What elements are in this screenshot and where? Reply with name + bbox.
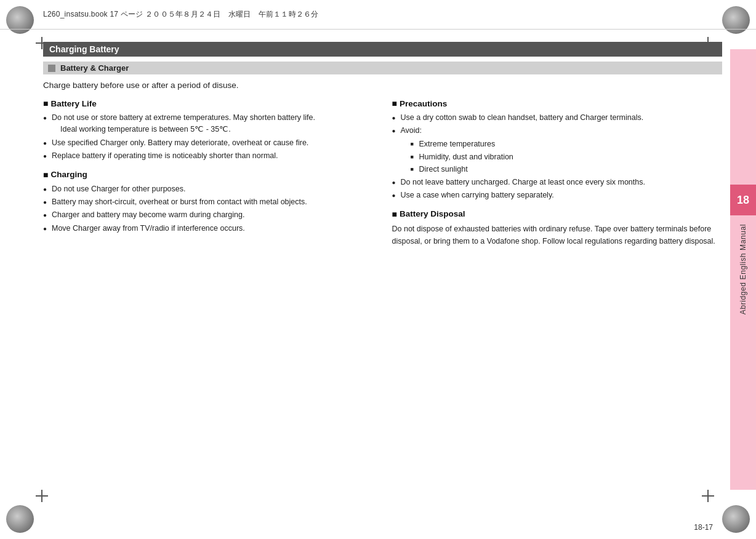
list-item: Direct sunlight [411, 164, 723, 175]
main-content: Charging Battery Battery & Charger Charg… [43, 30, 722, 502]
list-item: Avoid: Extreme temperatures Humidity, du… [392, 125, 723, 175]
left-column: Battery Life Do not use or store battery… [43, 98, 374, 247]
top-header: L260_insatsu.book 17 ページ ２００５年８月２４日 水曜日 … [0, 0, 756, 30]
list-item: Humidity, dust and vibration [411, 151, 723, 163]
list-item: Use specified Charger only. Battery may … [43, 137, 374, 149]
avoid-sub-list: Extreme temperatures Humidity, dust and … [401, 138, 723, 175]
list-item: Battery may short-circuit, overheat or b… [43, 196, 374, 208]
sub-section-bar: Battery & Charger [43, 62, 722, 74]
header-text: L260_insatsu.book 17 ページ ２００５年８月２４日 水曜日 … [43, 9, 319, 20]
section-title-bar: Charging Battery [43, 42, 722, 57]
list-item: Do not leave battery uncharged. Charge a… [392, 177, 723, 188]
precautions-list: Use a dry cotton swab to clean handset, … [392, 112, 723, 202]
page-number: 18 [737, 194, 749, 207]
corner-decoration-bl [6, 505, 34, 533]
right-tab-label: Abridged English Manual [739, 224, 747, 314]
section-title: Charging Battery [49, 44, 119, 54]
charging-list: Do not use Charger for other purposes. B… [43, 183, 374, 235]
list-item: Do not use or store battery at extreme t… [43, 112, 374, 136]
battery-disposal-heading: Battery Disposal [392, 209, 723, 219]
list-item: Use a case when carrying battery separat… [392, 190, 723, 201]
list-item: Replace battery if operating time is not… [43, 150, 374, 162]
intro-text: Charge battery before use or after a per… [43, 81, 722, 90]
battery-life-heading: Battery Life [43, 98, 374, 108]
precautions-heading: Precautions [392, 98, 723, 108]
charging-heading: Charging [43, 170, 374, 180]
corner-decoration-br [722, 505, 750, 533]
sub-section-label: Battery & Charger [60, 63, 129, 73]
list-item: Extreme temperatures [411, 138, 723, 150]
right-column: Precautions Use a dry cotton swab to cle… [392, 98, 723, 247]
battery-life-list: Do not use or store battery at extreme t… [43, 112, 374, 162]
page-number-box: 18 [730, 185, 756, 215]
bottom-page-number: 18-17 [694, 523, 713, 532]
indent-text: Ideal working temperature is between 5℃ … [52, 124, 374, 135]
list-item: Do not use Charger for other purposes. [43, 183, 374, 195]
list-item: Use a dry cotton swab to clean handset, … [392, 112, 723, 124]
right-tab: Abridged English Manual [730, 49, 756, 490]
list-item: Charger and battery may become warm duri… [43, 209, 374, 221]
battery-disposal-text: Do not dispose of exhausted batteries wi… [392, 223, 723, 247]
list-item: Move Charger away from TV/radio if inter… [43, 223, 374, 234]
two-columns: Battery Life Do not use or store battery… [43, 98, 722, 247]
